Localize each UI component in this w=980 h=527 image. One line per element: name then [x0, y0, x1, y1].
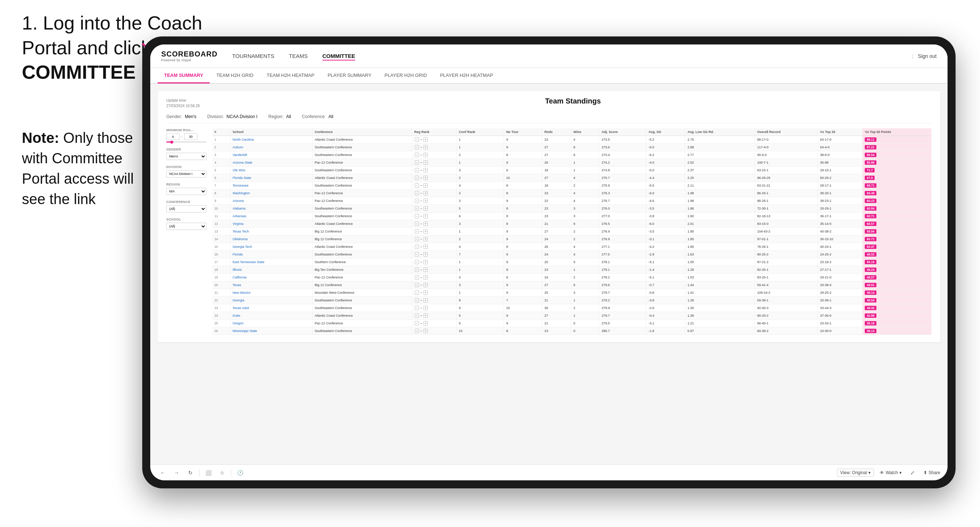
school-select[interactable]: (All) [166, 223, 207, 230]
table-cell-3[interactable]: − − + [412, 266, 456, 274]
region-select[interactable]: N/A All [166, 188, 207, 195]
table-cell-3[interactable]: − − + [412, 235, 456, 243]
table-cell-3[interactable]: − − + [412, 281, 456, 289]
table-cell-3[interactable]: − − + [412, 251, 456, 259]
toolbar-share-text-btn[interactable]: ⬆ Share [923, 470, 940, 475]
min-rounds-min-input[interactable] [166, 133, 180, 140]
table-cell-7: 2 [571, 235, 599, 243]
table-cell-11: 66-40-1 [755, 320, 818, 327]
table-cell-1: Texas Tech [230, 228, 312, 235]
table-cell-3[interactable]: − − + [412, 312, 456, 320]
table-cell-13: 42.98 [862, 312, 931, 320]
table-cell-2: Big Ten Conference [312, 266, 412, 274]
table-cell-3[interactable]: − − + [412, 159, 456, 167]
table-row: 6Florida StateAtlantic Coast Conference−… [212, 174, 931, 182]
sub-nav-player-h2h-grid[interactable]: PLAYER H2H GRID [378, 68, 433, 83]
nav-tournaments[interactable]: TOURNAMENTS [232, 51, 274, 60]
table-cell-1: Auburn [230, 144, 312, 151]
table-cell-3[interactable]: − − + [412, 197, 456, 205]
toolbar-watch-btn[interactable]: 👁 Watch ▾ [880, 470, 902, 475]
nav-committee[interactable]: COMMITTEE [322, 51, 355, 60]
table-cell-4: 1 [456, 144, 504, 151]
table-cell-8: 277.1 [599, 243, 646, 251]
sub-nav-team-h2h-grid[interactable]: TEAM H2H GRID [210, 68, 260, 83]
table-cell-6: 26 [542, 159, 571, 167]
table-cell-12: 39-23-1 [818, 197, 862, 205]
table-cell-12: 30-98 [818, 159, 862, 167]
sub-nav-team-h2h-heatmap[interactable]: TEAM H2H HEATMAP [260, 68, 321, 83]
toolbar-back-btn[interactable]: ← [158, 468, 168, 478]
division-select[interactable]: NCAA Division I NCAA Division II NCAA Di… [166, 170, 207, 178]
table-cell-3[interactable]: − − + [412, 167, 456, 174]
table-cell-3[interactable]: − − + [412, 320, 456, 327]
table-cell-3[interactable]: − − + [412, 327, 456, 335]
step-number: 1. [22, 13, 38, 33]
table-cell-3[interactable]: − − + [412, 228, 456, 235]
sign-out-link[interactable]: Sign out [918, 53, 937, 59]
sub-nav: TEAM SUMMARY TEAM H2H GRID TEAM H2H HEAT… [150, 68, 948, 84]
sub-nav-player-summary[interactable]: PLAYER SUMMARY [321, 68, 378, 83]
table-cell-6: 21 [542, 220, 571, 228]
table-cell-3[interactable]: − − + [412, 182, 456, 189]
toolbar-bookmark-btn[interactable]: ☆ [217, 468, 227, 478]
sub-nav-player-h2h-heatmap[interactable]: PLAYER H2H HEATMAP [433, 68, 499, 83]
table-cell-3[interactable]: − − + [412, 243, 456, 251]
table-cell-3[interactable]: − − + [412, 151, 456, 159]
toolbar-clock-btn[interactable]: 🕐 [235, 468, 245, 478]
table-cell-10: 1.21 [685, 320, 755, 327]
table-row: 13Texas TechBig 12 Conference− − +192722… [212, 228, 931, 235]
conference-select[interactable]: (All) Atlantic Coast Conference Southeas… [166, 205, 207, 213]
gender-select[interactable]: Men's Women's [166, 153, 207, 160]
toolbar-view-btn[interactable]: View: Original ▾ [837, 469, 874, 477]
table-cell-2: Pac-12 Conference [312, 320, 412, 327]
table-row: 22GeorgiaSoutheastern Conference− − +872… [212, 297, 931, 304]
min-rounds-label: Minimum Rou... [166, 128, 207, 132]
table-cell-3[interactable]: − − + [412, 220, 456, 228]
table-cell-8: 279.2 [599, 297, 646, 304]
table-cell-8: 279.7 [599, 312, 646, 320]
table-cell-0: 15 [212, 243, 230, 251]
table-cell-3[interactable]: − − + [412, 136, 456, 144]
min-rounds-max-input[interactable] [184, 133, 197, 140]
table-cell-11: 60-39-2 [755, 327, 818, 335]
col-rnds: Rnds [542, 128, 571, 136]
table-cell-3[interactable]: − − + [412, 297, 456, 304]
table-cell-7: 5 [571, 259, 599, 266]
table-cell-3[interactable]: − − + [412, 189, 456, 197]
content-body: Minimum Rou... – Gender Men's [166, 128, 931, 335]
table-cell-6: 27 [542, 144, 571, 151]
table-cell-3[interactable]: − − + [412, 205, 456, 213]
table-cell-2: Pac-12 Conference [312, 197, 412, 205]
sub-nav-team-summary[interactable]: TEAM SUMMARY [158, 68, 210, 83]
table-cell-5: 9 [504, 144, 542, 151]
table-cell-3[interactable]: − − + [412, 259, 456, 266]
table-cell-7: 6 [571, 281, 599, 289]
nav-teams[interactable]: TEAMS [289, 51, 308, 60]
table-cell-13: 86.54 [862, 151, 931, 159]
table-cell-4: 2 [456, 235, 504, 243]
table-cell-3[interactable]: − − + [412, 213, 456, 220]
table-cell-8: 274.8 [599, 167, 646, 174]
toolbar-forward-btn[interactable]: → [172, 468, 181, 478]
table-row: 17East Tennessee StateSouthern Conferenc… [212, 259, 931, 266]
division-label: Division [166, 165, 207, 169]
committee-bold: COMMITTEE [22, 62, 136, 83]
table-cell-3[interactable]: − − + [412, 144, 456, 151]
toolbar-share-icon-btn[interactable]: ⬜ [203, 468, 213, 478]
table-cell-5: 9 [504, 197, 542, 205]
table-cell-3[interactable]: − − + [412, 174, 456, 182]
table-cell-13: 48.91 [862, 281, 931, 289]
table-cell-13: 68.57 [862, 220, 931, 228]
table-cell-3[interactable]: − − + [412, 304, 456, 312]
table-cell-12: 24-25-2 [818, 251, 862, 259]
table-cell-5: 10 [504, 174, 542, 182]
table-cell-1: Florida State [230, 174, 312, 182]
table-cell-3[interactable]: − − + [412, 274, 456, 281]
table-cell-2: Atlantic Coast Conference [312, 136, 412, 144]
table-cell-10: 1.28 [685, 266, 755, 274]
table-cell-10: 2.70 [685, 136, 755, 144]
toolbar-refresh-btn[interactable]: ↻ [185, 468, 196, 478]
toolbar-fullscreen-btn[interactable]: ⤢ [907, 468, 918, 478]
table-cell-3[interactable]: − − + [412, 289, 456, 297]
table-cell-7: 2 [571, 228, 599, 235]
